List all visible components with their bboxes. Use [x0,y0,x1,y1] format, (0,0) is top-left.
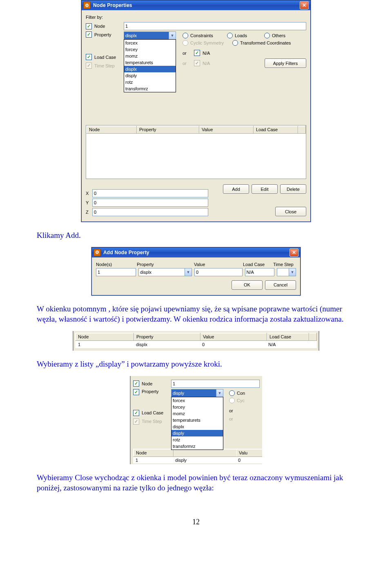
na-timestep-checkbox [194,60,200,66]
property-combo[interactable]: displx [138,268,192,276]
list-item[interactable]: transformrz [172,443,223,450]
property-label: Property [137,262,194,267]
th-value[interactable]: Value [200,333,267,340]
list-item[interactable]: forcex [124,40,176,46]
others-label: Others [272,33,285,38]
table-fragment: Node Property Value Load Case 1 displx 0… [73,331,319,351]
th-node[interactable]: Node [76,333,134,340]
filter-by-label: Filter by: [86,15,103,20]
list-item[interactable]: disply [172,430,223,436]
na-loadcase-label: N/A [203,51,210,56]
timestep-checkbox-label: Time Step [94,63,115,68]
th-property[interactable]: Property [137,126,199,133]
th-node[interactable]: Node [134,449,174,456]
node-properties-dialog: Node Properties Filter by: Node 1 Proper… [81,0,311,222]
property-combo[interactable]: disply [171,389,223,397]
chevron-down-icon[interactable] [289,268,296,276]
loadcase-checkbox[interactable] [133,410,139,416]
filter-fragment: Node 1 Property disply forcex forcey mom… [130,376,262,464]
or-label-1: or [183,51,194,56]
property-checkbox-label: Property [94,32,124,37]
cancel-button[interactable]: Cancel [265,280,296,290]
value-input[interactable]: 0 [194,268,243,276]
chevron-down-icon[interactable] [216,389,223,397]
transformed-radio[interactable] [232,40,238,46]
timestep-label: Time Step [142,419,162,424]
add-node-property-dialog: Add Node Property Node(s) Property Value… [91,247,301,295]
timestep-checkbox [133,418,139,425]
property-dropdown-list[interactable]: forcex forcey momz temperaturets displx … [171,397,223,450]
node-input[interactable]: 1 [124,22,306,30]
timestep-combo[interactable] [277,268,296,276]
others-radio[interactable] [264,33,270,38]
constraints-label: Constraints [190,33,227,38]
property-combo-value: displx [124,32,169,39]
loads-label: Loads [235,33,264,38]
property-checkbox-label: Property [142,389,171,394]
property-checkbox[interactable] [86,31,92,38]
apply-filters-button[interactable]: Apply Filters [265,58,306,68]
list-item[interactable]: momz [124,53,176,59]
na-loadcase-checkbox[interactable] [194,50,200,56]
nodes-input[interactable]: 1 [96,268,136,276]
list-item[interactable]: momz [172,410,223,417]
timestep-label: Time Step [273,262,294,267]
list-item[interactable]: temperaturets [172,417,223,423]
loadcase-checkbox-label: Load Case [94,55,116,60]
list-item[interactable]: disply [124,72,176,79]
y-input[interactable]: 0 [92,199,208,207]
loadcase-input[interactable]: N/A [245,268,275,276]
th-node[interactable]: Node [87,126,137,133]
node-checkbox[interactable] [133,380,139,387]
paragraph: Wybieramy z listy „display” i powtarzamy… [37,359,351,369]
table-row[interactable]: 1 displx 0 N/A [76,341,316,348]
list-item[interactable]: temperaturets [124,59,176,66]
node-checkbox[interactable] [86,23,92,29]
th-loadcase[interactable]: Load Case [267,333,309,340]
close-icon[interactable] [300,1,309,9]
x-input[interactable]: 0 [92,189,208,197]
titlebar[interactable]: Add Node Property [92,248,300,257]
edit-button[interactable]: Edit [252,184,278,194]
node-checkbox-label: Node [94,24,124,29]
close-icon[interactable] [290,248,298,257]
node-input[interactable]: 1 [171,380,260,388]
chevron-down-icon[interactable] [169,32,176,39]
con-radio[interactable] [229,390,235,396]
loads-radio[interactable] [227,33,233,38]
list-item[interactable]: forcey [124,46,176,53]
list-item[interactable]: displx [172,423,223,430]
list-item[interactable]: rotz [124,79,176,85]
nodes-label: Node(s) [96,262,137,267]
list-item[interactable]: displx [124,66,176,72]
z-input[interactable]: 0 [92,208,208,216]
delete-button[interactable]: Delete [280,184,306,194]
close-button[interactable]: Close [275,207,306,216]
constraints-radio[interactable] [183,33,188,38]
paragraph: Wybieramy Close wychodząc z okienka i mo… [37,472,351,493]
list-item[interactable]: forcey [172,404,223,410]
results-table-body [86,134,306,179]
property-checkbox[interactable] [133,389,139,395]
th-value[interactable]: Valu [236,449,262,456]
list-item[interactable]: rotz [172,436,223,443]
node-checkbox-label: Node [142,381,171,386]
property-combo[interactable]: displx [124,31,176,40]
titlebar[interactable]: Node Properties [82,0,310,10]
th-property[interactable]: Property [134,333,200,340]
y-label: Y [86,200,92,205]
cyc-radio [229,398,235,403]
ok-button[interactable]: OK [232,280,263,290]
loadcase-label: Load Case [243,262,273,267]
list-item[interactable]: forcex [172,397,223,404]
add-button[interactable]: Add [223,184,249,194]
list-item[interactable]: transformrz [124,85,176,92]
chevron-down-icon[interactable] [185,268,192,276]
property-dropdown-list[interactable]: forcex forcey momz temperaturets displx … [124,39,176,92]
loadcase-checkbox[interactable] [86,54,92,60]
paragraph: Klikamy Add. [37,230,351,241]
cyclic-radio [183,40,188,46]
th-value[interactable]: Value [199,126,254,133]
th-loadcase[interactable]: Load Case [254,126,298,133]
paragraph: W okienku potomnym , które się pojawi up… [37,304,351,324]
